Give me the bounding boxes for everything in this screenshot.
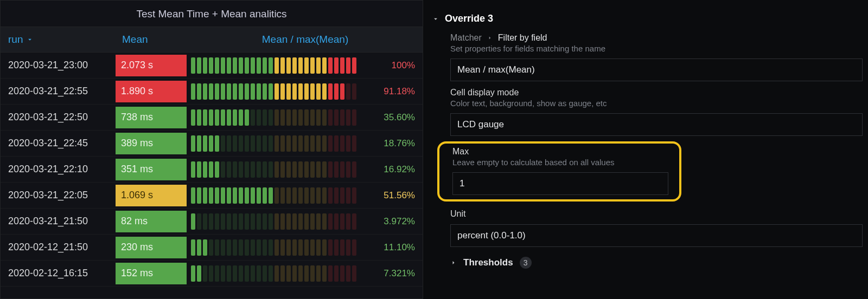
- gauge-segment: [209, 109, 213, 126]
- gauge-segment: [275, 57, 279, 74]
- gauge-segment: [275, 161, 279, 178]
- gauge-segment: [251, 83, 255, 100]
- gauge-segment: [203, 161, 207, 178]
- gauge-segment: [191, 135, 195, 152]
- gauge-segment: [275, 109, 279, 126]
- gauge-segment: [328, 161, 333, 178]
- field-hint: Leave empty to calculate based on all va…: [452, 158, 674, 167]
- gauge-segment: [257, 161, 261, 178]
- gauge-segment: [280, 161, 285, 178]
- gauge-segment: [197, 213, 201, 230]
- gauge-segment: [286, 83, 291, 100]
- gauge-segment: [286, 109, 291, 126]
- gauge-segment: [340, 109, 344, 126]
- gauge-segment: [298, 239, 303, 256]
- gauge-segment: [280, 135, 285, 152]
- gauge-segment: [328, 265, 333, 282]
- column-header-gauge[interactable]: Mean / max(Mean): [188, 27, 423, 52]
- table-body: 2020-03-21_23:002.073 s100%2020-03-21_22…: [1, 53, 423, 287]
- gauge-segment: [286, 187, 291, 204]
- gauge-segment: [316, 83, 321, 100]
- cell-mean: 351 ms: [114, 158, 188, 181]
- table-row: 2020-03-21_22:051.069 s51.56%: [1, 183, 423, 209]
- matcher-field: Matcher Filter by field Set properties f…: [432, 29, 868, 83]
- gauge-segment: [269, 83, 273, 100]
- percent-value: 51.56%: [379, 190, 418, 201]
- cell-run: 2020-02-12_21:50: [1, 242, 114, 253]
- gauge-segment: [269, 161, 273, 178]
- gauge-segment: [257, 265, 261, 282]
- max-input[interactable]: [452, 172, 668, 195]
- percent-value: 35.60%: [379, 112, 418, 123]
- column-header-mean[interactable]: Mean: [114, 27, 188, 52]
- table-row: 2020-02-12_21:50230 ms11.10%: [1, 235, 423, 261]
- gauge-segment: [245, 83, 249, 100]
- cell-run: 2020-03-21_22:55: [1, 86, 114, 97]
- cell-mean: 2.073 s: [114, 54, 188, 77]
- gauge-segment: [292, 239, 297, 256]
- matcher-select[interactable]: Mean / max(Mean): [450, 58, 863, 81]
- table-row: 2020-03-21_22:45389 ms18.76%: [1, 131, 423, 157]
- gauge-segment: [191, 57, 195, 74]
- mean-value: 82 ms: [116, 211, 187, 232]
- gauge-segment: [227, 187, 231, 204]
- lcd-gauge: [191, 109, 377, 126]
- table-row: 2020-03-21_23:002.073 s100%: [1, 53, 423, 79]
- gauge-segment: [275, 187, 279, 204]
- gauge-segment: [334, 213, 339, 230]
- override-title: Override 3: [445, 13, 493, 24]
- gauge-segment: [209, 135, 213, 152]
- lcd-gauge: [191, 83, 377, 100]
- gauge-segment: [203, 187, 207, 204]
- cell-gauge: 7.321%: [188, 265, 423, 282]
- gauge-segment: [340, 187, 344, 204]
- gauge-segment: [334, 83, 339, 100]
- gauge-segment: [227, 239, 231, 256]
- field-hint: Set properties for fields matching the n…: [450, 44, 868, 53]
- gauge-segment: [275, 265, 279, 282]
- gauge-segment: [221, 187, 225, 204]
- gauge-segment: [263, 135, 267, 152]
- override-header[interactable]: Override 3: [432, 5, 868, 29]
- gauge-segment: [221, 239, 225, 256]
- gauge-segment: [263, 109, 267, 126]
- gauge-segment: [316, 187, 321, 204]
- cell-run: 2020-03-21_22:05: [1, 190, 114, 201]
- gauge-segment: [209, 187, 213, 204]
- thresholds-header[interactable]: Thresholds 3: [432, 249, 868, 269]
- gauge-segment: [215, 135, 219, 152]
- gauge-segment: [346, 57, 350, 74]
- cell-run: 2020-03-21_21:50: [1, 216, 114, 227]
- max-input-field[interactable]: [459, 178, 661, 189]
- gauge-segment: [221, 83, 225, 100]
- gauge-segment: [251, 57, 255, 74]
- gauge-segment: [215, 161, 219, 178]
- cell-run: 2020-02-12_16:15: [1, 268, 114, 279]
- gauge-segment: [191, 161, 195, 178]
- gauge-segment: [245, 57, 249, 74]
- display-mode-select[interactable]: LCD gauge: [450, 113, 863, 136]
- unit-select[interactable]: percent (0.0-1.0): [450, 224, 863, 247]
- gauge-segment: [239, 187, 243, 204]
- gauge-segment: [191, 83, 195, 100]
- cell-gauge: 51.56%: [188, 187, 423, 204]
- gauge-segment: [310, 239, 315, 256]
- cell-mean: 389 ms: [114, 132, 188, 155]
- field-label: Cell display mode: [450, 88, 868, 98]
- gauge-segment: [197, 187, 201, 204]
- unit-field: Unit percent (0.0-1.0): [432, 205, 868, 249]
- gauge-segment: [334, 57, 339, 74]
- gauge-segment: [352, 135, 356, 152]
- gauge-segment: [322, 109, 327, 126]
- breadcrumb: Matcher Filter by field: [450, 33, 868, 43]
- gauge-segment: [328, 135, 333, 152]
- gauge-segment: [263, 213, 267, 230]
- gauge-segment: [298, 213, 303, 230]
- gauge-segment: [292, 57, 297, 74]
- gauge-segment: [352, 83, 356, 100]
- column-header-run[interactable]: run: [1, 27, 114, 52]
- gauge-segment: [286, 213, 291, 230]
- gauge-segment: [340, 265, 344, 282]
- gauge-segment: [203, 57, 207, 74]
- gauge-segment: [352, 161, 356, 178]
